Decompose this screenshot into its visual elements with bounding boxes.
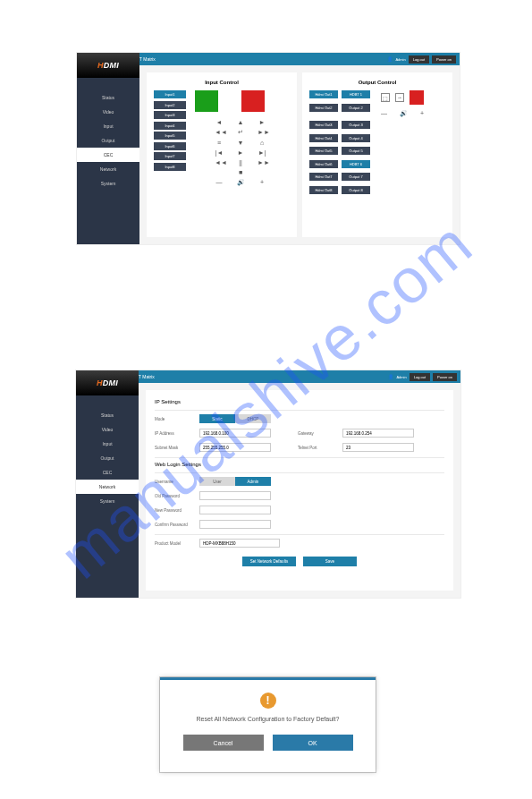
sidebar-item-cec[interactable]: CEC xyxy=(76,465,139,480)
sidebar-item-status[interactable]: Status xyxy=(76,408,139,422)
input-1-button[interactable]: Input1 xyxy=(154,90,186,98)
output-button[interactable]: HDBT 6 xyxy=(342,160,370,168)
control-glyph[interactable]: ↵ xyxy=(236,129,245,136)
newpw-input[interactable] xyxy=(199,506,271,514)
control-glyph[interactable]: |◄ xyxy=(215,149,224,156)
input-3-button[interactable]: Input3 xyxy=(154,111,186,119)
subnet-input[interactable]: 255.255.255.0 xyxy=(199,443,271,452)
plus-icon[interactable]: + xyxy=(420,110,424,117)
control-glyph[interactable]: ► xyxy=(236,149,245,156)
control-glyph[interactable]: ⌂ xyxy=(258,140,266,146)
control-glyph[interactable]: ≡ xyxy=(215,140,224,146)
admin-tab[interactable]: Admin xyxy=(235,477,271,486)
logout-button[interactable]: Log out xyxy=(409,55,429,64)
control-glyph[interactable]: ■ xyxy=(236,169,245,175)
sidebar-item-network[interactable]: Network xyxy=(76,480,139,494)
sidebar-item-output[interactable]: Output xyxy=(77,133,139,148)
out-btn[interactable]: Hdmi Out2 xyxy=(309,104,338,112)
set-defaults-button[interactable]: Set Network Defaults xyxy=(242,557,296,566)
sidebar-item-network[interactable]: Network xyxy=(77,162,139,176)
admin-label[interactable]: Admin xyxy=(395,57,405,62)
control-glyph[interactable]: ◄◄ xyxy=(215,129,224,136)
input-7-button[interactable]: Input7 xyxy=(154,152,186,160)
poweron-button[interactable]: Power on xyxy=(432,55,456,64)
out-btn[interactable]: HDBT 1 xyxy=(342,90,370,98)
confirm-dialog: ! Reset All Network Configuration to Fac… xyxy=(160,677,376,772)
gateway-input[interactable]: 192.168.0.254 xyxy=(342,429,414,438)
input-2-button[interactable]: Input2 xyxy=(154,101,186,109)
sidebar-item-system[interactable]: System xyxy=(76,494,139,508)
dhcp-tab[interactable]: DHCP xyxy=(235,414,271,423)
logo: HDMI xyxy=(76,370,139,395)
control-glyph[interactable]: ►► xyxy=(258,129,266,136)
output-button[interactable]: Output 3 xyxy=(342,121,370,129)
input-5-button[interactable]: Input5 xyxy=(154,132,186,140)
output-button[interactable]: Output 4 xyxy=(342,134,370,142)
input-4-button[interactable]: Input4 xyxy=(154,122,186,130)
sidebar-item-system[interactable]: System xyxy=(77,176,139,191)
output-button[interactable]: Hdmi Out8 xyxy=(309,186,338,194)
input-6-button[interactable]: Input6 xyxy=(154,142,186,150)
volume-icon[interactable]: 🔊 xyxy=(400,110,408,117)
sidebar-item-video[interactable]: Video xyxy=(77,105,139,119)
control-glyph[interactable]: || xyxy=(236,159,245,166)
cancel-button[interactable]: Cancel xyxy=(183,735,264,751)
control-glyph[interactable]: ►► xyxy=(258,159,266,166)
poweron-button[interactable]: Power on xyxy=(433,373,457,381)
sidebar: StatusVideoInputOutputCECNetworkSystem xyxy=(77,65,139,244)
control-glyph[interactable] xyxy=(215,169,224,175)
control-glyph[interactable]: 🔊 xyxy=(236,179,245,186)
output-button[interactable]: Output 7 xyxy=(342,173,370,181)
subnet-label: Subnet Mask xyxy=(155,446,199,450)
input-title: Input Control xyxy=(154,80,290,85)
power-on-box[interactable] xyxy=(195,90,218,112)
static-tab[interactable]: Static xyxy=(199,414,235,423)
control-glyph[interactable]: ► xyxy=(258,119,266,125)
sidebar: StatusVideoInputOutputCECNetworkSystem xyxy=(76,383,139,598)
minus-icon[interactable]: — xyxy=(381,110,387,117)
sidebar-item-status[interactable]: Status xyxy=(77,90,139,105)
user-icon: 👤 xyxy=(388,374,393,379)
out-btn[interactable]: Hdmi Out1 xyxy=(309,90,338,98)
inputs-list: Input1Input2Input3Input4Input5Input6Inpu… xyxy=(154,90,186,186)
sidebar-item-video[interactable]: Video xyxy=(76,422,139,437)
logout-button[interactable]: Log out xyxy=(410,373,430,381)
product-input: HDP-MXB88H150 xyxy=(199,539,280,548)
sidebar-item-output[interactable]: Output xyxy=(76,451,139,465)
control-glyph[interactable]: — xyxy=(215,179,224,186)
oldpw-input[interactable] xyxy=(199,491,271,500)
control-glyph[interactable]: ►| xyxy=(258,149,266,156)
output-button[interactable]: Output 8 xyxy=(342,186,370,194)
sidebar-item-cec[interactable]: CEC xyxy=(77,148,139,162)
control-glyph[interactable]: ◄ xyxy=(215,119,224,125)
telnet-input[interactable]: 23 xyxy=(342,443,414,452)
control-glyph[interactable]: ▲ xyxy=(236,119,245,125)
topbar-actions: 👤 Admin Log out Power on xyxy=(388,373,457,381)
output-button[interactable]: Output 5 xyxy=(342,147,370,155)
admin-label[interactable]: Admin xyxy=(396,375,406,379)
control-glyph[interactable]: ◄◄ xyxy=(215,159,224,166)
power-off-small[interactable] xyxy=(410,90,424,105)
ip-input[interactable]: 192.168.0.100 xyxy=(199,429,271,438)
arrow-icon[interactable]: → xyxy=(395,93,404,102)
output-button[interactable]: Hdmi Out4 xyxy=(309,134,338,142)
output-button[interactable]: Hdmi Out6 xyxy=(309,160,338,168)
sidebar-item-input[interactable]: Input xyxy=(76,437,139,451)
output-button[interactable]: Hdmi Out7 xyxy=(309,173,338,181)
ok-button[interactable]: OK xyxy=(273,735,353,751)
input-control-panel: Input Control Input1Input2Input3Input4In… xyxy=(147,72,297,237)
confirmpw-input[interactable] xyxy=(199,520,271,529)
sidebar-item-input[interactable]: Input xyxy=(77,119,139,133)
out-btn[interactable]: Output 2 xyxy=(342,104,370,112)
output-button[interactable]: Hdmi Out5 xyxy=(309,147,338,155)
output-button[interactable]: Hdmi Out3 xyxy=(309,121,338,129)
input-8-button[interactable]: Input8 xyxy=(154,163,186,171)
product-label: Product Model xyxy=(155,541,199,546)
user-tab[interactable]: User xyxy=(199,477,235,486)
save-button[interactable]: Save xyxy=(303,557,357,566)
control-glyph[interactable]: ▼ xyxy=(236,140,245,146)
control-glyph[interactable] xyxy=(258,169,266,175)
input-icon[interactable]: ⬚ xyxy=(381,93,390,102)
power-off-box[interactable] xyxy=(241,90,265,112)
control-glyph[interactable]: + xyxy=(258,179,266,186)
